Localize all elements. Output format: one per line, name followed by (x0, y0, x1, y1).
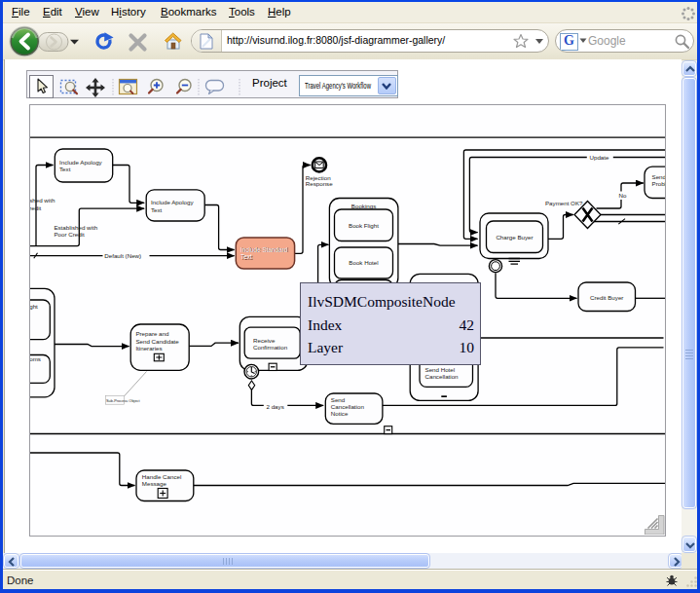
svg-text:No: No (619, 192, 627, 199)
svg-text:Send Candidate: Send Candidate (135, 338, 179, 345)
svg-text:Charge Buyer: Charge Buyer (496, 234, 533, 241)
svg-text:Confirmation: Confirmation (253, 344, 288, 351)
svg-text:Update: Update (590, 154, 610, 161)
svg-text:Book Hotel: Book Hotel (349, 259, 378, 266)
svg-text:Credit Buyer: Credit Buyer (590, 294, 623, 301)
svg-text:Receive: Receive (253, 337, 276, 344)
svg-text:Notice: Notice (331, 410, 349, 417)
svg-text:redit: redit (30, 204, 42, 211)
svg-text:ght: ght (30, 303, 38, 310)
svg-text:Default (New): Default (New) (104, 252, 141, 259)
svg-text:Message: Message (142, 480, 167, 487)
svg-text:Prepare and: Prepare and (135, 330, 169, 337)
svg-text:Send: Send (652, 173, 666, 180)
svg-text:Text: Text (151, 206, 163, 213)
svg-text:2 days: 2 days (267, 403, 284, 410)
svg-text:Include Apology: Include Apology (59, 159, 103, 166)
svg-text:Book Flight: Book Flight (349, 222, 379, 229)
svg-text:Payment OK?: Payment OK? (545, 200, 583, 206)
svg-text:Handle Cancel: Handle Cancel (142, 473, 182, 480)
svg-text:oms: oms (30, 355, 41, 362)
svg-text:Itineraries: Itineraries (135, 345, 162, 352)
svg-text:Send Hotel: Send Hotel (425, 366, 456, 373)
svg-text:shed with: shed with (30, 197, 55, 204)
svg-text:Text: Text (240, 253, 252, 260)
svg-text:Text: Text (59, 166, 71, 172)
svg-text:Probl: Probl (652, 180, 666, 187)
svg-text:Include Standard: Include Standard (240, 246, 288, 253)
svg-text:Sub-Process Object: Sub-Process Object (106, 398, 141, 403)
svg-text:Bookings: Bookings (351, 203, 376, 209)
svg-text:Cancellation: Cancellation (425, 373, 460, 380)
svg-text:Response: Response (306, 180, 333, 187)
svg-text:Poor Credit: Poor Credit (54, 231, 85, 238)
svg-text:Include Apology: Include Apology (151, 199, 195, 205)
svg-text:Established with: Established with (54, 224, 97, 231)
